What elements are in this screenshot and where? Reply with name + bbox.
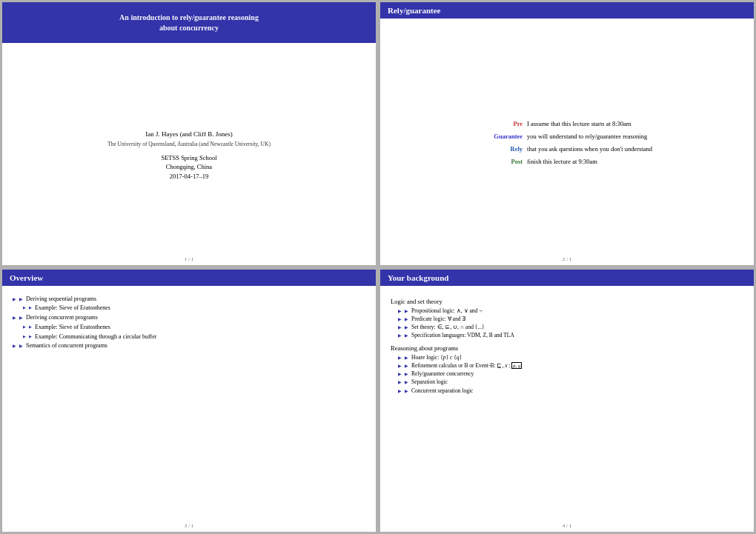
condition-rely: Rely that you ask questions when you don… <box>482 145 652 153</box>
overview-item-1-text: Deriving sequential programs <box>26 295 96 304</box>
reasoning-item-4-text: Separation logic <box>411 378 448 386</box>
reasoning-item-2-text: Refinement calculus or B or Event-B: ⊑, … <box>411 361 522 370</box>
reasoning-bullet-4: ▶ <box>405 379 408 385</box>
reasoning-bullet-1: ▶ <box>405 355 408 361</box>
overview-sub-2-1-text: Example: Sieve of Eratosthenes <box>35 323 110 333</box>
logic-bullet-3: ▶ <box>405 324 408 330</box>
overview-sub-2-1: ▶ Example: Sieve of Eratosthenes <box>13 323 365 333</box>
logic-item-2: ▶ Predicate logic: ∀ and ∃ <box>398 315 743 323</box>
overview-sub-2-2-text: Example: Communicating through a circula… <box>35 333 156 342</box>
overview-sub-1-1: ▶ Example: Sieve of Eratosthenes <box>13 304 365 313</box>
slide-1-content: Ian J. Hayes (and Cliff B. Jones) The Un… <box>2 43 376 265</box>
slide-1-event: SETSS Spring School Chongqing, China 201… <box>161 153 216 181</box>
slide-3-page: 3 / 1 <box>185 523 193 529</box>
reasoning-item-3-text: Rely/guarantee concurrency <box>411 370 474 378</box>
reasoning-item-2: ▶ Refinement calculus or B or Event-B: ⊑… <box>398 361 743 370</box>
slide-1-author: Ian J. Hayes (and Cliff B. Jones) <box>145 130 232 138</box>
logic-bullet-1: ▶ <box>405 308 408 314</box>
slide-1-title: An introduction to rely/guarantee reason… <box>10 13 368 33</box>
pre-label: Pre <box>482 120 523 128</box>
reasoning-item-5-text: Concurrent separation logic <box>411 387 473 395</box>
overview-item-3: ▶ Semantics of concurrent programs <box>13 341 365 351</box>
slide-1-header: An introduction to rely/guarantee reason… <box>2 2 376 43</box>
slide-1-event-line2: Chongqing, China <box>161 162 216 172</box>
section1-title: Logic and set theory <box>391 298 743 305</box>
bullet-icon-2: ▶ <box>19 315 23 322</box>
overview-item-3-text: Semantics of concurrent programs <box>26 341 107 351</box>
slide-4: Your background Logic and set theory ▶ P… <box>380 270 754 533</box>
reasoning-bullet-2: ▶ <box>405 363 408 369</box>
slide-1: An introduction to rely/guarantee reason… <box>2 2 376 265</box>
bullet-icon-1: ▶ <box>19 296 23 304</box>
post-text: finish this lecture at 9:30am <box>527 158 597 166</box>
logic-item-3: ▶ Set theory: ∈, ⊆, ∪, ∩ and {...} <box>398 323 743 331</box>
slide-2: Rely/guarantee Pre I assume that this le… <box>380 2 754 265</box>
reasoning-bullet-3: ▶ <box>405 371 408 377</box>
overview-sub-2-2: ▶ Example: Communicating through a circu… <box>13 333 365 342</box>
guarantee-label: Guarantee <box>482 133 523 141</box>
overview-list: ▶ Deriving sequential programs ▶ Example… <box>13 295 365 352</box>
logic-item-1-text: Propositional logic: ∧, ∨ and ¬ <box>411 307 482 315</box>
slide-3-header: Overview <box>2 270 376 286</box>
logic-item-4-text: Specification languages: VDM, Z, B and T… <box>411 331 514 339</box>
condition-pre: Pre I assume that this lecture starts at… <box>482 120 652 128</box>
reasoning-item-4: ▶ Separation logic <box>398 378 743 386</box>
reasoning-list: ▶ Hoare logic: {p} c {q} ▶ Refinement ca… <box>398 353 743 395</box>
conditions-table: Pre I assume that this lecture starts at… <box>482 120 652 170</box>
slide-1-page: 1 / 1 <box>185 256 193 262</box>
slide-1-event-line1: SETSS Spring School <box>161 153 216 163</box>
logic-item-4: ▶ Specification languages: VDM, Z, B and… <box>398 331 743 339</box>
slide-2-header: Rely/guarantee <box>380 2 754 19</box>
logic-item-3-text: Set theory: ∈, ⊆, ∪, ∩ and {...} <box>411 323 485 331</box>
slide-1-event-line3: 2017-04-17–19 <box>161 172 216 181</box>
slide-4-page: 4 / 1 <box>563 523 571 529</box>
condition-guarantee: Guarantee you will understand to rely/gu… <box>482 133 652 141</box>
reasoning-item-3: ▶ Rely/guarantee concurrency <box>398 370 743 378</box>
slide-3-content: ▶ Deriving sequential programs ▶ Example… <box>2 286 376 533</box>
bullet-sub-icon-2-1: ▶ <box>29 324 32 330</box>
guarantee-text: you will understand to rely/guarantee re… <box>527 133 647 141</box>
rely-label: Rely <box>482 145 523 153</box>
bullet-icon-3: ▶ <box>19 343 23 350</box>
logic-item-1: ▶ Propositional logic: ∧, ∨ and ¬ <box>398 307 743 315</box>
slide-4-header: Your background <box>380 270 754 286</box>
logic-bullet-4: ▶ <box>405 333 408 338</box>
slide-2-page: 2 / 1 <box>563 256 571 262</box>
slide-4-content: Logic and set theory ▶ Propositional log… <box>380 286 754 533</box>
reasoning-item-1-text: Hoare logic: {p} c {q} <box>411 353 462 361</box>
reasoning-item-5: ▶ Concurrent separation logic <box>398 387 743 395</box>
logic-bullet-2: ▶ <box>405 316 408 322</box>
overview-item-2-text: Deriving concurrent programs <box>26 313 98 323</box>
slide-1-university: The University of Queensland, Australia … <box>107 141 271 147</box>
logic-item-2-text: Predicate logic: ∀ and ∃ <box>411 315 465 323</box>
post-label: Post <box>482 158 523 166</box>
rely-text: that you ask questions when you don't un… <box>527 145 652 153</box>
condition-post: Post finish this lecture at 9:30am <box>482 158 652 166</box>
reasoning-bullet-5: ▶ <box>405 388 408 394</box>
bullet-sub-icon-2-2: ▶ <box>29 334 32 340</box>
overview-item-2: ▶ Deriving concurrent programs <box>13 313 365 323</box>
slides-grid: An introduction to rely/guarantee reason… <box>0 0 756 534</box>
overview-item-1: ▶ Deriving sequential programs <box>13 295 365 304</box>
section2-title: Reasoning about programs <box>391 344 743 352</box>
overview-sub-1-1-text: Example: Sieve of Eratosthenes <box>35 304 110 313</box>
slide-3: Overview ▶ Deriving sequential programs … <box>2 270 376 533</box>
pre-text: I assume that this lecture starts at 8:3… <box>527 120 631 128</box>
reasoning-item-1: ▶ Hoare logic: {p} c {q} <box>398 353 743 361</box>
slide-2-content: Pre I assume that this lecture starts at… <box>380 19 754 265</box>
bullet-sub-icon-1-1: ▶ <box>29 305 32 311</box>
logic-list: ▶ Propositional logic: ∧, ∨ and ¬ ▶ Pred… <box>398 307 743 340</box>
